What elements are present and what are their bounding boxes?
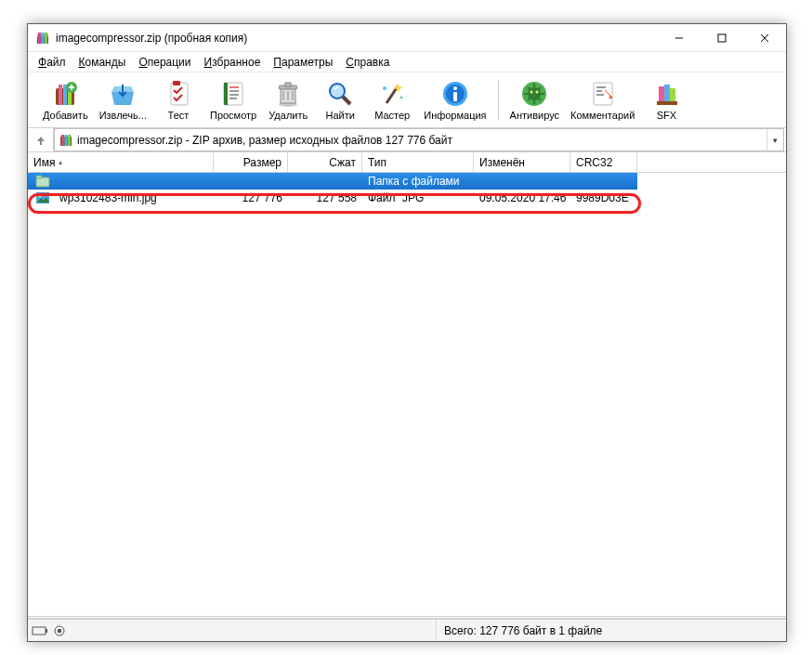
archive-icon <box>59 133 73 148</box>
svg-rect-4 <box>45 33 47 44</box>
add-icon <box>50 79 80 109</box>
address-combo[interactable]: imagecompressor.zip - ZIP архив, размер … <box>54 128 784 151</box>
svg-rect-55 <box>36 176 42 178</box>
svg-rect-59 <box>46 629 47 633</box>
svg-rect-49 <box>657 101 677 105</box>
svg-rect-51 <box>61 135 64 146</box>
toolbar: ДобавитьИзвлечь...ТестПросмотрУдалитьНай… <box>28 72 786 128</box>
antivirus-icon <box>519 79 549 109</box>
menu-команды[interactable]: Команды <box>72 54 133 71</box>
file-type: Файл "JPG" <box>362 191 474 204</box>
maximize-button[interactable] <box>701 24 743 51</box>
svg-rect-53 <box>68 135 71 146</box>
menu-справка[interactable]: Справка <box>339 54 396 71</box>
svg-rect-14 <box>171 83 188 105</box>
col-type[interactable]: Тип <box>362 152 474 172</box>
tool-comment[interactable]: Комментарий <box>567 77 638 123</box>
svg-rect-43 <box>596 86 606 88</box>
file-row[interactable]: wp3102483-min.jpg 127 776 127 558 Файл "… <box>28 190 786 206</box>
svg-rect-6 <box>718 34 726 42</box>
svg-rect-17 <box>224 83 228 105</box>
svg-rect-10 <box>59 85 62 105</box>
col-name[interactable]: Имя▴ <box>28 152 214 172</box>
parent-folder-row[interactable]: Папка с файлами <box>28 173 637 190</box>
col-size[interactable]: Размер <box>214 152 288 172</box>
minimize-button[interactable] <box>658 24 701 51</box>
file-size: 127 776 <box>214 191 288 204</box>
up-button[interactable] <box>28 128 54 151</box>
sfx-icon <box>651 79 681 109</box>
svg-rect-18 <box>229 86 239 88</box>
battery-icon <box>32 626 50 635</box>
statusbar: Всего: 127 776 байт в 1 файле <box>28 619 786 641</box>
svg-rect-37 <box>453 92 457 101</box>
svg-rect-20 <box>229 94 239 96</box>
file-packed: 127 558 <box>288 191 362 204</box>
extract-icon <box>108 79 138 109</box>
svg-rect-44 <box>596 90 602 92</box>
svg-rect-15 <box>173 81 180 85</box>
menu-избранное[interactable]: Избранное <box>198 54 268 71</box>
file-name: wp3102483-min.jpg <box>54 191 214 204</box>
tool-wizard[interactable]: Мастер <box>368 77 416 123</box>
col-modified[interactable]: Изменён <box>474 152 570 172</box>
col-crc[interactable]: CRC32 <box>570 152 637 172</box>
comment-icon <box>588 79 618 109</box>
menu-параметры[interactable]: Параметры <box>267 54 339 71</box>
svg-rect-61 <box>58 629 61 633</box>
tool-sfx[interactable]: SFX <box>642 77 690 123</box>
svg-point-32 <box>383 86 386 90</box>
svg-rect-19 <box>229 90 239 92</box>
tool-add[interactable]: Добавить <box>39 77 92 123</box>
sort-indicator-icon: ▴ <box>59 158 62 166</box>
tool-antivirus[interactable]: Антивирус <box>506 77 563 123</box>
winrar-window: imagecompressor.zip (пробная копия) Файл… <box>27 23 787 642</box>
tool-find[interactable]: Найти <box>316 77 364 123</box>
plug-icon <box>54 625 67 636</box>
info-icon <box>440 79 470 109</box>
delete-icon <box>273 79 303 109</box>
parent-type: Папка с файлами <box>362 175 474 188</box>
test-icon <box>164 79 193 109</box>
tool-view[interactable]: Просмотр <box>206 77 260 123</box>
col-packed[interactable]: Сжат <box>288 152 362 172</box>
menu-операции[interactable]: Операции <box>132 54 197 71</box>
svg-rect-45 <box>596 94 604 96</box>
svg-point-33 <box>400 97 403 99</box>
tool-test[interactable]: Тест <box>154 77 203 123</box>
titlebar: imagecompressor.zip (пробная копия) <box>28 24 786 52</box>
tool-info[interactable]: Информация <box>420 77 490 123</box>
svg-point-57 <box>39 195 42 198</box>
close-button[interactable] <box>743 24 786 51</box>
status-text: Всего: 127 776 байт в 1 файле <box>437 624 786 637</box>
app-icon <box>35 31 50 46</box>
svg-rect-58 <box>33 627 46 635</box>
svg-point-36 <box>453 86 457 90</box>
menubar: ФайлКомандыОперацииИзбранноеПараметрыСпр… <box>28 52 786 72</box>
column-headers: Имя▴ Размер Сжат Тип Изменён CRC32 <box>28 152 786 173</box>
svg-point-41 <box>536 91 539 94</box>
svg-rect-2 <box>38 33 41 44</box>
svg-rect-21 <box>229 98 237 99</box>
file-modified: 09.05.2020 17:46 <box>474 191 570 204</box>
address-bar: imagecompressor.zip - ZIP архив, размер … <box>28 128 786 152</box>
wizard-icon <box>377 79 407 109</box>
menu-файл[interactable]: Файл <box>32 54 72 71</box>
svg-rect-52 <box>65 135 68 146</box>
svg-point-40 <box>530 91 533 94</box>
folder-icon <box>35 175 50 188</box>
svg-rect-3 <box>42 33 45 44</box>
toolbar-separator <box>498 80 499 121</box>
file-crc: 9989D03E <box>570 191 637 204</box>
up-arrow-icon <box>34 134 47 147</box>
tool-extract[interactable]: Извлечь... <box>96 77 151 123</box>
tool-delete[interactable]: Удалить <box>264 77 312 123</box>
svg-point-29 <box>330 84 345 98</box>
window-title: imagecompressor.zip (пробная копия) <box>56 32 658 45</box>
address-text: imagecompressor.zip - ZIP архив, размер … <box>77 134 766 147</box>
find-icon <box>325 79 355 109</box>
view-icon <box>218 79 248 109</box>
address-dropdown[interactable]: ▾ <box>766 129 783 151</box>
svg-rect-25 <box>285 83 291 86</box>
file-list[interactable]: Папка с файлами wp3102483-min.jpg 127 77… <box>28 173 786 599</box>
